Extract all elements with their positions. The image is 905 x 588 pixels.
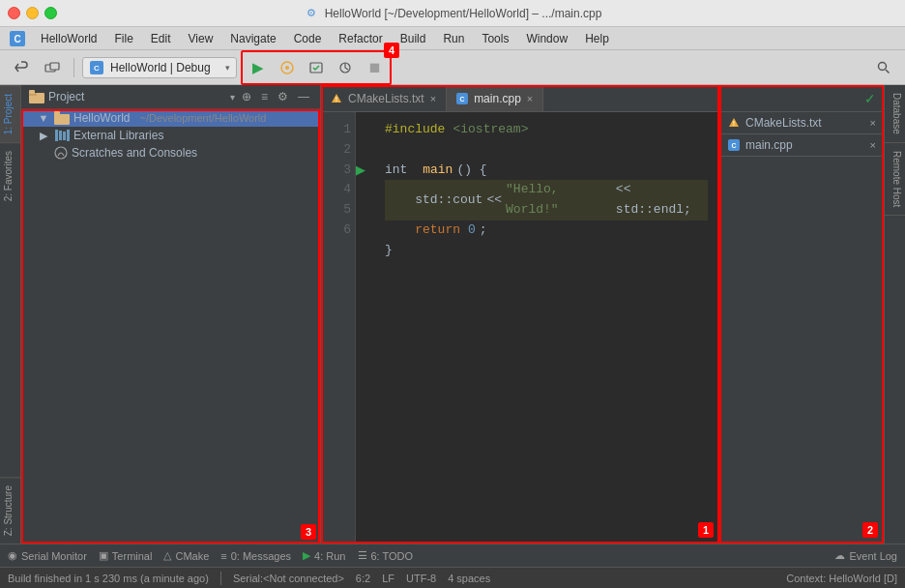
project-layout-btn[interactable]: ≡	[258, 89, 271, 104]
svg-text:C: C	[94, 64, 100, 73]
right-sidebar-tab-database[interactable]: Database	[885, 85, 905, 143]
position-indicator[interactable]: 6:2	[356, 573, 370, 584]
menu-code[interactable]: Code	[286, 30, 330, 47]
build-status: Build finished in 1 s 230 ms (a minute a…	[8, 573, 209, 584]
profile-button[interactable]	[332, 54, 359, 81]
editor-tabs-row: ! CMakeLists.txt × C main.cpp × ✓	[321, 85, 884, 112]
line-ending-indicator[interactable]: LF	[382, 573, 394, 584]
line-num-6: 6	[325, 220, 351, 241]
cmake-bottom-label: CMake	[175, 550, 209, 562]
right-cmake-label: CMakeLists.txt	[745, 116, 822, 130]
encoding-indicator[interactable]: UTF-8	[406, 573, 436, 584]
library-icon	[54, 130, 70, 141]
gutter-run-btn[interactable]: ▶	[356, 161, 373, 181]
cmake-tab-label: CMakeLists.txt	[348, 92, 424, 105]
check-icon: ✓	[864, 91, 876, 106]
code-editor[interactable]: #include <iostream> int main () { std::c…	[373, 112, 719, 544]
menu-edit[interactable]: Edit	[143, 30, 179, 47]
bottom-tool-eventlog[interactable]: ☁ Event Log	[834, 549, 897, 562]
menu-tools[interactable]: Tools	[474, 30, 516, 47]
menu-app-name[interactable]: HelloWorld	[33, 30, 104, 47]
menu-refactor[interactable]: Refactor	[331, 30, 390, 47]
menu-bar: C HelloWorld File Edit View Navigate Cod…	[0, 27, 905, 50]
bottom-tool-cmake[interactable]: △ CMake	[163, 549, 209, 562]
sidebar-tab-project[interactable]: 1: Project	[0, 85, 20, 142]
svg-rect-19	[67, 130, 70, 141]
tree-item-scratches[interactable]: ▶ Scratches and Consoles	[21, 144, 320, 162]
right-cmake-close[interactable]: ×	[870, 117, 876, 129]
svg-rect-17	[59, 131, 62, 140]
svg-point-7	[285, 66, 289, 70]
svg-rect-13	[29, 90, 35, 94]
cmake-tab-close[interactable]: ×	[430, 93, 436, 104]
run-button[interactable]: ▶	[245, 54, 272, 81]
project-add-btn[interactable]: ⊕	[239, 89, 254, 104]
indent-indicator[interactable]: 4 spaces	[448, 573, 490, 584]
editor-tab-maincpp[interactable]: C main.cpp ×	[447, 85, 543, 111]
right-tab-maincpp[interactable]: C main.cpp ×	[720, 134, 884, 157]
minimize-button[interactable]	[26, 7, 39, 19]
search-everywhere-button[interactable]	[870, 54, 897, 81]
code-line-5: return 0 ;	[385, 220, 708, 241]
back-button[interactable]	[8, 54, 35, 81]
sidebar-tab-structure[interactable]: Z: Structure	[0, 477, 20, 544]
line-num-4: 4	[325, 180, 351, 200]
bottom-tool-todo[interactable]: ☰ 6: TODO	[358, 549, 414, 562]
project-panel-title: Project	[48, 90, 226, 103]
menu-window[interactable]: Window	[518, 30, 575, 47]
line-num-5: 5	[325, 200, 351, 220]
serial-status: Serial:<Not connected>	[233, 573, 344, 584]
close-button[interactable]	[8, 7, 20, 19]
menu-help[interactable]: Help	[577, 30, 617, 47]
svg-text:C: C	[460, 96, 465, 103]
maincpp-tab-close[interactable]: ×	[527, 93, 533, 104]
debug-button[interactable]	[274, 54, 301, 81]
tree-item-name-scratches: Scratches and Consoles	[72, 146, 197, 160]
bottom-tool-serial-monitor[interactable]: ◉ Serial Monitor	[8, 549, 87, 562]
maximize-button[interactable]	[44, 7, 57, 19]
svg-rect-18	[63, 132, 66, 140]
line-num-1: 1	[325, 120, 351, 140]
forward-button[interactable]	[39, 54, 66, 81]
project-minimize-btn[interactable]: —	[295, 89, 312, 104]
app-logo: C	[8, 29, 27, 48]
project-settings-btn[interactable]: ⚙	[275, 89, 291, 104]
code-line-6: }	[385, 241, 708, 261]
coverage-button[interactable]	[303, 54, 330, 81]
menu-run[interactable]: Run	[435, 30, 472, 47]
terminal-icon: ▣	[99, 549, 108, 562]
run-bottom-label: 4: Run	[314, 550, 345, 562]
editor-tab-cmake[interactable]: ! CMakeLists.txt ×	[321, 85, 447, 111]
menu-file[interactable]: File	[106, 30, 140, 47]
right-tab-cmake[interactable]: ! CMakeLists.txt ×	[720, 112, 884, 134]
scratches-icon	[54, 146, 68, 160]
menu-view[interactable]: View	[181, 30, 221, 47]
menu-navigate[interactable]: Navigate	[222, 30, 283, 47]
run-config-dropdown[interactable]: C HelloWorld | Debug ▾	[82, 57, 237, 78]
context-indicator: Context: HelloWorld [D]	[786, 573, 897, 584]
right-cpp-close[interactable]: ×	[870, 139, 876, 151]
run-gutter: ▶	[356, 112, 373, 544]
messages-icon: ≡	[220, 550, 226, 562]
toolbar: C HelloWorld | Debug ▾ ▶ ⏹	[0, 50, 905, 85]
right-cpp-icon: C	[728, 139, 740, 151]
gutter-line-6	[356, 220, 373, 241]
tree-item-ext-libs[interactable]: ▶ External Libraries	[21, 127, 320, 144]
svg-rect-3	[50, 63, 59, 70]
todo-label: 6: TODO	[371, 550, 414, 562]
sidebar-tab-favorites[interactable]: 2: Favorites	[0, 142, 20, 209]
right-cmake-icon: !	[728, 117, 740, 129]
right-sidebar-tab-remote-host[interactable]: Remote Host	[885, 143, 905, 216]
editor-body: 1 2 3 4 5 6 ▶ #include	[321, 112, 884, 544]
stop-button[interactable]: ⏹	[361, 54, 388, 81]
todo-icon: ☰	[358, 549, 367, 562]
project-panel-header: Project ▾ ⊕ ≡ ⚙ —	[21, 85, 320, 109]
bottom-tool-run[interactable]: ▶ 4: Run	[303, 549, 345, 562]
bottom-tool-terminal[interactable]: ▣ Terminal	[99, 549, 153, 562]
line-num-3: 3	[325, 161, 351, 181]
bottom-tool-messages[interactable]: ≡ 0: Messages	[220, 550, 291, 562]
tree-item-helloworld[interactable]: ▼ HelloWorld ~/Development/HelloWorld	[21, 109, 320, 127]
svg-rect-15	[54, 111, 60, 115]
code-line-1: #include <iostream>	[385, 120, 708, 140]
run-config-arrow-icon: ▾	[225, 63, 230, 73]
